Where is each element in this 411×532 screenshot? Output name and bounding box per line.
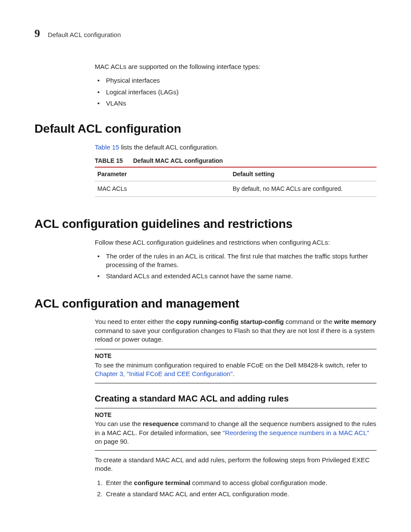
text-span: command to access global configuration m… <box>190 479 327 486</box>
table-row: MAC ACLs By default, no MAC ACLs are con… <box>95 181 377 196</box>
intro-block: MAC ACLs are supported on the following … <box>95 62 377 108</box>
horizontal-rule <box>95 349 377 349</box>
list-item: Logical interfaces (LAGs) <box>95 88 377 96</box>
step-1: Enter the configure terminal command to … <box>104 479 377 487</box>
heading-default-acl: Default ACL configuration <box>34 121 377 137</box>
guidelines-bullet-list: The order of the rules in an ACL is crit… <box>95 252 377 281</box>
note-2-text: You can use the resequence command to ch… <box>95 420 377 446</box>
horizontal-rule <box>95 383 377 383</box>
list-item: Physical interfaces <box>95 76 377 85</box>
cmd-resequence: resequence <box>143 420 178 427</box>
table-caption: TABLE 15 Default MAC ACL configuration <box>95 157 377 165</box>
col-parameter: Parameter <box>95 167 230 181</box>
note-1-text: To see the minimum configuration require… <box>95 361 377 379</box>
list-item: VLANs <box>95 99 377 108</box>
note-label: NOTE <box>95 352 377 360</box>
step-2: Create a standard MAC ACL and enter ACL … <box>104 490 377 498</box>
text-span: command or the <box>284 318 334 325</box>
guidelines-block: Follow these ACL configuration guideline… <box>95 238 377 281</box>
text-span: on page 90. <box>95 438 129 445</box>
text-span: You need to enter either the <box>95 318 176 325</box>
subheading-create-acl: Creating a standard MAC ACL and adding r… <box>95 393 377 404</box>
management-block: You need to enter either the copy runnin… <box>95 317 377 498</box>
chapter-number: 9 <box>34 26 40 41</box>
text-span: command to save your configuration chang… <box>95 327 375 343</box>
cell-default-setting: By default, no MAC ACLs are configured. <box>230 181 377 196</box>
guidelines-paragraph: Follow these ACL configuration guideline… <box>95 238 377 247</box>
running-header: 9 Default ACL configuration <box>34 26 377 41</box>
steps-list: Enter the configure terminal command to … <box>95 479 377 499</box>
horizontal-rule <box>95 408 377 408</box>
list-item: The order of the rules in an ACL is crit… <box>95 252 377 270</box>
table-header-row: Parameter Default setting <box>95 167 377 181</box>
cmd-configure-terminal: configure terminal <box>134 479 190 486</box>
cmd-write-memory: write memory <box>334 318 376 325</box>
mgmt-paragraph-1: You need to enter either the copy runnin… <box>95 317 377 344</box>
page: 9 Default ACL configuration MAC ACLs are… <box>0 0 411 532</box>
horizontal-rule <box>95 450 377 451</box>
heading-guidelines: ACL configuration guidelines and restric… <box>34 216 377 232</box>
intro-bullet-list: Physical interfaces Logical interfaces (… <box>95 76 377 108</box>
text-span: lists the default ACL configuration. <box>119 143 218 151</box>
text-span: To see the minimum configuration require… <box>95 361 367 369</box>
data-table: Parameter Default setting MAC ACLs By de… <box>95 167 377 197</box>
list-item: Standard ACLs and extended ACLs cannot h… <box>95 272 377 280</box>
intro-paragraph: MAC ACLs are supported on the following … <box>95 62 377 71</box>
col-default-setting: Default setting <box>230 167 377 181</box>
default-acl-block: Table 15 lists the default ACL configura… <box>95 143 377 197</box>
heading-management: ACL configuration and management <box>34 296 377 312</box>
table-id: TABLE 15 <box>95 157 123 164</box>
text-span: Enter the <box>106 479 134 486</box>
default-acl-paragraph: Table 15 lists the default ACL configura… <box>95 143 377 152</box>
running-title: Default ACL configuration <box>48 31 121 39</box>
table-title: Default MAC ACL configuration <box>133 157 223 164</box>
mgmt-paragraph-2: To create a standard MAC ACL and add rul… <box>95 456 377 473</box>
cmd-copy-running: copy running-config startup-config <box>176 318 284 325</box>
reordering-link[interactable]: "Reordering the sequence numbers in a MA… <box>223 429 369 436</box>
text-span: . <box>233 370 234 377</box>
table-15: TABLE 15 Default MAC ACL configuration P… <box>95 157 377 197</box>
table-15-link[interactable]: Table 15 <box>95 143 119 151</box>
note-label: NOTE <box>95 411 377 419</box>
text-span: You can use the <box>95 420 143 427</box>
chapter-3-link[interactable]: Chapter 3, "Initial FCoE and CEE Configu… <box>95 370 233 377</box>
cell-parameter: MAC ACLs <box>95 181 230 196</box>
